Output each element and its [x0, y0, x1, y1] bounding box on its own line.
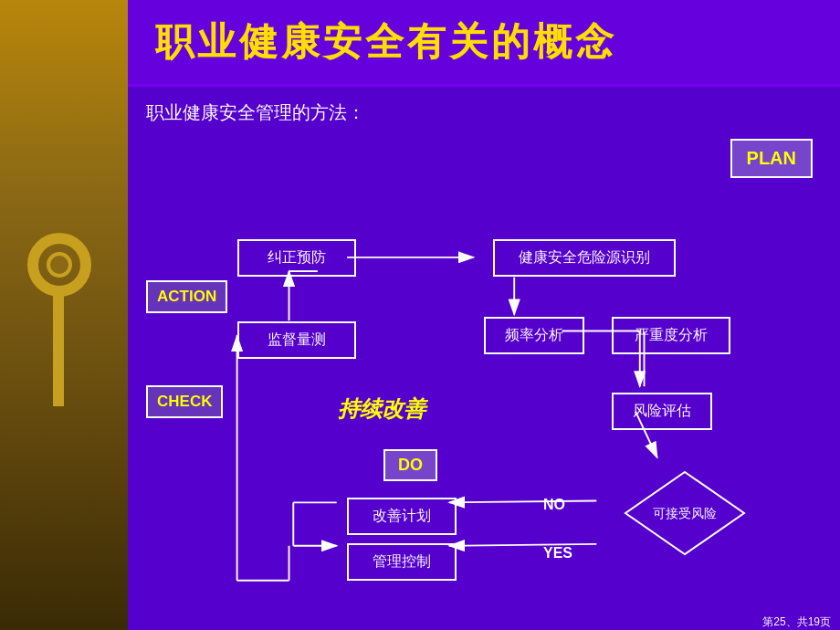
main-content: 职业健康安全有关的概念 职业健康安全管理的方法： PLAN ACTION CHE… [128, 0, 840, 630]
box-gaishan: 改善计划 [347, 498, 457, 535]
key-decoration [27, 224, 100, 406]
box-yanzhong: 严重度分析 [612, 317, 730, 354]
svg-line-10 [449, 544, 596, 546]
box-jiuzheng: 纠正预防 [237, 239, 356, 277]
content-area: 职业健康安全管理的方法： PLAN ACTION CHECK DO 纠正预防 健… [128, 87, 840, 630]
label-no: NO [543, 497, 565, 513]
improvement-text: 持续改善 [338, 394, 425, 424]
diagram: PLAN ACTION CHECK DO 纠正预防 健康安全危险源识别 频率分析… [146, 139, 822, 630]
title-bar: 职业健康安全有关的概念 [128, 0, 840, 87]
svg-line-9 [449, 500, 596, 502]
box-guanli: 管理控制 [347, 543, 457, 581]
box-pinlv: 频率分析 [484, 317, 584, 354]
check-badge: CHECK [146, 385, 223, 418]
diamond-container: 可接受风险 [621, 467, 749, 559]
label-yes: YES [543, 545, 572, 562]
do-badge: DO [383, 449, 437, 481]
box-jiance: 监督量测 [237, 321, 356, 359]
page-number: 第25、共19页 [762, 614, 831, 630]
key-shaft [53, 288, 64, 406]
action-badge: ACTION [146, 280, 227, 313]
svg-text:可接受风险: 可接受风险 [653, 506, 717, 520]
diamond-svg: 可接受风险 [621, 467, 749, 559]
plan-badge: PLAN [730, 139, 813, 178]
box-fengxian: 风险评估 [612, 393, 712, 430]
subtitle: 职业健康安全管理的方法： [146, 100, 822, 125]
sidebar [0, 0, 128, 630]
box-jiankang: 健康安全危险源识别 [493, 239, 676, 277]
page-title: 职业健康安全有关的概念 [155, 16, 813, 68]
